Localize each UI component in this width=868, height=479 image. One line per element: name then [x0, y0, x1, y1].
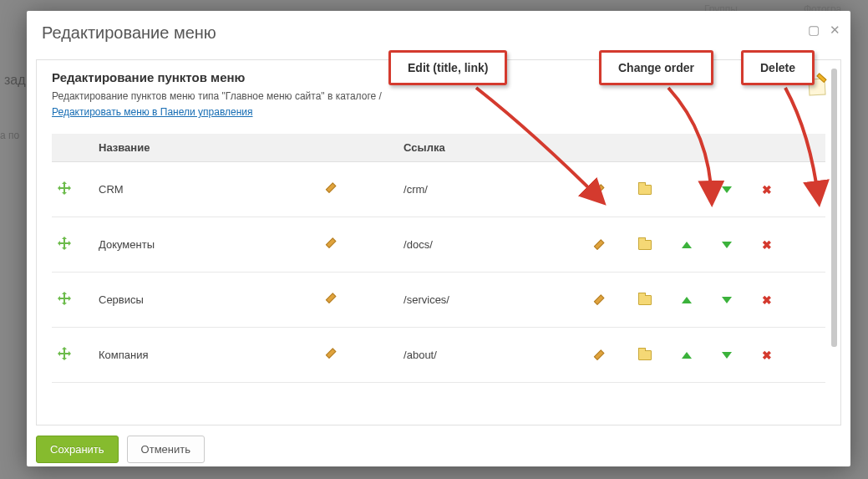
- move-down-icon[interactable]: [722, 297, 732, 303]
- row-name: Сервисы: [99, 293, 144, 306]
- row-link: /docs/: [404, 238, 433, 251]
- drag-handle-icon[interactable]: [58, 182, 70, 194]
- delete-icon[interactable]: ✖: [762, 238, 772, 252]
- row-name: Документы: [99, 238, 155, 251]
- table-row: Документы/docs/✖: [52, 217, 825, 273]
- edit-name-icon[interactable]: [328, 237, 340, 249]
- delete-icon[interactable]: ✖: [762, 183, 772, 196]
- move-up-icon[interactable]: [682, 242, 692, 248]
- table-row: Компания/about/✖: [52, 328, 825, 383]
- callout-edit: Edit (title, link): [388, 50, 507, 85]
- menu-items-table: Название Ссылка CRM/crm/✖Документы/docs/…: [52, 134, 825, 383]
- drag-handle-icon[interactable]: [58, 237, 70, 249]
- table-row: CRM/crm/✖: [52, 162, 825, 217]
- dialog-header: Редактирование меню ▢ ✕: [27, 11, 850, 53]
- panel: Редактирование пунктов меню Редактирован…: [36, 59, 841, 425]
- row-link: /services/: [404, 293, 449, 306]
- panel-subtext: Редактирование пунктов меню типа "Главно…: [52, 89, 825, 104]
- col-header-name: Название: [92, 134, 322, 162]
- save-button[interactable]: Сохранить: [36, 436, 119, 463]
- callout-delete: Delete: [741, 50, 815, 85]
- folder-icon[interactable]: [638, 240, 652, 250]
- edit-link-icon[interactable]: [596, 294, 608, 306]
- delete-icon[interactable]: ✖: [762, 349, 772, 362]
- callout-order: Change order: [599, 50, 713, 85]
- folder-icon[interactable]: [638, 185, 652, 195]
- drag-handle-icon[interactable]: [58, 348, 70, 359]
- drag-handle-icon[interactable]: [58, 293, 70, 304]
- row-link: /crm/: [404, 183, 428, 196]
- row-name: CRM: [99, 183, 124, 196]
- move-down-icon[interactable]: [722, 352, 732, 359]
- maximize-icon[interactable]: ▢: [808, 23, 820, 36]
- edit-name-icon[interactable]: [328, 348, 340, 359]
- move-down-icon[interactable]: [722, 186, 732, 193]
- cancel-button[interactable]: Отменить: [127, 436, 205, 463]
- col-header-link: Ссылка: [397, 134, 575, 162]
- edit-in-control-panel-link[interactable]: Редактировать меню в Панели управления: [52, 106, 253, 118]
- move-up-icon[interactable]: [682, 297, 692, 303]
- scrollbar[interactable]: [831, 69, 837, 416]
- row-link: /about/: [404, 349, 437, 361]
- edit-link-icon[interactable]: [596, 349, 608, 361]
- move-down-icon[interactable]: [722, 242, 732, 248]
- close-icon[interactable]: ✕: [830, 23, 840, 36]
- edit-link-icon[interactable]: [596, 184, 608, 196]
- dialog-title: Редактирование меню: [42, 23, 835, 43]
- folder-icon[interactable]: [638, 295, 652, 305]
- edit-link-icon[interactable]: [596, 239, 608, 251]
- edit-name-icon[interactable]: [328, 293, 340, 304]
- row-name: Компания: [99, 349, 149, 361]
- delete-icon[interactable]: ✖: [762, 293, 772, 307]
- folder-icon[interactable]: [638, 350, 652, 360]
- edit-name-icon[interactable]: [328, 182, 340, 194]
- move-up-icon[interactable]: [682, 352, 692, 359]
- table-row: Сервисы/services/✖: [52, 273, 825, 328]
